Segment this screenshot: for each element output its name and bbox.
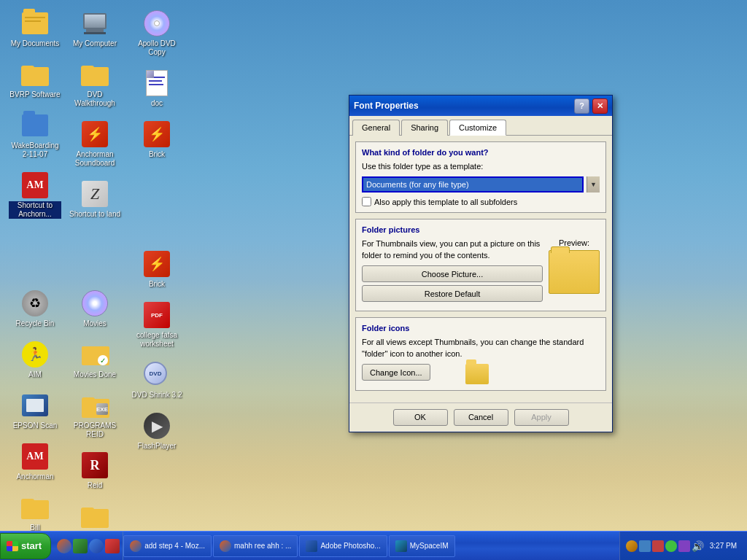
close-button[interactable]: ✕ (592, 98, 608, 114)
dialog-footer: OK Cancel Apply (349, 402, 612, 432)
icon-label: Movies (83, 319, 107, 328)
icon-label: Brick (149, 280, 165, 289)
tray-icon-3[interactable] (652, 540, 664, 552)
change-icon-button[interactable]: Change Icon... (362, 364, 430, 381)
desktop-icon-aim[interactable]: 🏃 AIM (6, 337, 64, 382)
desktop-icon-wakeboarding[interactable]: WakeBoarding 2-11-07 (6, 108, 64, 162)
icon-label: doc (151, 99, 163, 108)
apply-button[interactable]: Apply (514, 409, 569, 426)
dropdown-arrow[interactable]: ▼ (587, 176, 600, 192)
folder-icons-label: Folder icons (362, 324, 600, 332)
icon-label: EPSON Scan (13, 421, 58, 430)
checkbox-row: Also apply this template to all subfolde… (362, 197, 600, 206)
icon-label: DVD Walkthrough (69, 90, 121, 108)
tab-customize[interactable]: Customize (449, 120, 506, 136)
desktop-icon-movies[interactable]: Movies (66, 286, 124, 331)
desktop-icon-brick2[interactable]: ⚡ Brick (128, 246, 186, 292)
cancel-button[interactable]: Cancel (454, 409, 508, 426)
checkbox-label: Also apply this template to all subfolde… (374, 198, 517, 206)
desktop: My Documents BVRP Software WakeBoarding … (0, 0, 747, 560)
taskbar-item-label: add step 4 - Moz... (144, 542, 205, 550)
dialog-title: Font Properties (354, 101, 571, 111)
taskbar-item-icon (395, 540, 407, 552)
preview-folder-icon (549, 250, 600, 294)
desktop-icon-my-documents[interactable]: My Documents (6, 6, 64, 51)
taskbar-item-0[interactable]: add step 4 - Moz... (123, 535, 212, 557)
dialog-titlebar: Font Properties ? ✕ (349, 96, 612, 116)
taskbar-item-label: Adobe Photosho... (320, 542, 380, 550)
folder-pictures-section: Folder pictures For Thumbnails view, you… (355, 219, 606, 311)
desktop-icon-bill[interactable]: Bill (6, 490, 64, 535)
taskbar-item-icon (130, 540, 142, 552)
icon-label: Anchorman (16, 472, 53, 481)
dialog-content: What kind of folder do you want? Use thi… (349, 136, 612, 402)
folder-pics-left: For Thumbnails view, you can put a pictu… (362, 238, 543, 305)
ql-ie-icon[interactable] (89, 539, 104, 553)
tray-icon-volume[interactable]: 🔊 (692, 540, 704, 552)
folder-pics-desc: For Thumbnails view, you can put a pictu… (362, 238, 543, 261)
icon-label: WakeBoarding 2-11-07 (9, 141, 61, 159)
desktop-icon-epson[interactable]: EPSON Scan (6, 388, 64, 433)
taskbar-clock: 3:27 PM (705, 542, 741, 550)
desktop-icon-my-computer[interactable]: My Computer (66, 6, 124, 51)
folder-pics-content: For Thumbnails view, you can put a pictu… (362, 238, 600, 305)
dialog-tabs: General Sharing Customize (349, 116, 612, 136)
tray-icon-2[interactable] (639, 540, 651, 552)
ql-icon4[interactable] (105, 539, 120, 553)
help-button[interactable]: ? (574, 98, 589, 114)
font-properties-dialog: Font Properties ? ✕ General Sharing Cust… (349, 95, 613, 432)
desktop-icon-brick[interactable]: ⚡ Brick (128, 117, 186, 162)
taskbar-items: add step 4 - Moz... mahh ree ahh : ... A… (123, 535, 619, 557)
desktop-icon-recycle-bin[interactable]: ♻ Recycle Bin (6, 286, 64, 331)
preview-area: Preview: (549, 238, 600, 305)
template-row: Documents (for any file type) ▼ (362, 176, 600, 192)
tab-sharing[interactable]: Sharing (401, 120, 448, 136)
desktop-icon-doc[interactable]: doc (128, 66, 186, 111)
icon-label: Shortcut to Anchorn... (9, 201, 61, 219)
taskbar-item-label: MySpaceIM (410, 542, 449, 550)
icon-label: AIM (28, 370, 42, 379)
desktop-icon-anchorman[interactable]: AM Anchorman (6, 439, 64, 484)
subfolders-checkbox[interactable] (362, 197, 371, 206)
start-button[interactable]: start (0, 533, 51, 559)
icon-label: Reid (88, 481, 103, 490)
desktop-icon-shortcut-anchorman[interactable]: AM Shortcut to Anchorn... (6, 168, 64, 222)
desktop-icon-flashplayer[interactable]: ▶ FlashPlayer (128, 408, 186, 454)
desktop-icon-dvd-walkthrough[interactable]: DVD Walkthrough (66, 57, 124, 111)
icon-label: Movies Done (74, 370, 116, 379)
ql-firefox-icon[interactable] (57, 539, 71, 553)
desktop-icon-shortcut-land[interactable]: Z Shortcut to land (66, 176, 124, 222)
taskbar-item-2[interactable]: Adobe Photosho... (299, 535, 387, 557)
folder-icons-section: Folder icons For all views except Thumbn… (355, 317, 606, 391)
tray-icon-4[interactable] (665, 540, 677, 552)
taskbar-item-1[interactable]: mahh ree ahh : ... (213, 535, 298, 557)
template-desc: Use this folder type as a template: (362, 161, 600, 172)
icon-label: Recycle Bin (16, 319, 55, 328)
icon-label: My Computer (73, 39, 117, 48)
taskbar-item-3[interactable]: MySpaceIM (389, 535, 455, 557)
dropdown-value: Documents (for any file type) (366, 180, 579, 189)
icon-label: BVRP Software (9, 90, 60, 99)
desktop-icon-apollo-dvd[interactable]: Apollo DVD Copy (128, 6, 186, 60)
desktop-icon-reid[interactable]: R Reid (66, 448, 124, 493)
desktop-icon-college-fafsa[interactable]: PDF college fafsa worksheet (128, 298, 186, 351)
tab-general[interactable]: General (352, 120, 400, 136)
windows-logo-icon (7, 541, 18, 551)
icon-label: DVD Shrink 3.2 (132, 391, 182, 400)
ql-icon2[interactable] (73, 539, 88, 553)
desktop-icon-dvd-shrink[interactable]: DVD DVD Shrink 3.2 (128, 357, 186, 402)
tray-icon-5[interactable] (678, 540, 690, 552)
icon-label: PROGRAMS REID (69, 421, 121, 439)
desktop-icon-movies-done[interactable]: ✓ Movies Done (66, 337, 124, 382)
tray-icon-1[interactable] (626, 540, 638, 552)
desktop-icon-anchorman-soundboard[interactable]: ⚡ Anchorman Soundboard (66, 117, 124, 171)
ok-button[interactable]: OK (393, 409, 448, 426)
desktop-icon-programs-reid[interactable]: EXE PROGRAMS REID (66, 388, 124, 442)
choose-picture-button[interactable]: Choose Picture... (362, 265, 543, 282)
desktop-icon-bvrp[interactable]: BVRP Software (6, 57, 64, 102)
icon-label: My Documents (11, 39, 60, 48)
template-dropdown[interactable]: Documents (for any file type) (362, 176, 584, 192)
folder-pics-label: Folder pictures (362, 225, 600, 234)
restore-default-button[interactable]: Restore Default (362, 285, 543, 302)
folder-icons-row: Change Icon... (362, 364, 600, 384)
